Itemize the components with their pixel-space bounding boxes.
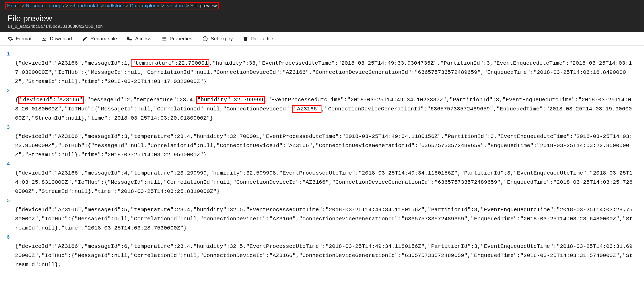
line-number: 6: [7, 233, 10, 259]
breadcrumb-resource-groups[interactable]: Resource groups: [26, 3, 64, 8]
file-content: 1 2 3 4 5 6 {"deviceId":"AZ3166","messag…: [0, 46, 644, 288]
highlight-deviceid: "deviceId":"AZ3166": [18, 96, 84, 104]
format-label: Format: [16, 36, 31, 42]
chevron-right-icon: >: [101, 3, 104, 8]
breadcrumb-highlight: Home > Resource groups > rvhandsonlab > …: [5, 2, 219, 9]
chevron-right-icon: >: [22, 3, 25, 8]
file-name: 14_0_eafc24bc6a7145bd9331363f0fc2f158.js…: [7, 23, 637, 29]
page-header: File preview 14_0_eafc24bc6a7145bd933136…: [0, 12, 644, 32]
download-label: Download: [50, 36, 72, 42]
page-title: File preview: [7, 14, 637, 23]
line-number: 4: [7, 159, 10, 196]
chevron-right-icon: >: [161, 3, 164, 8]
list-icon: [161, 36, 167, 42]
gear-icon: [7, 36, 13, 42]
download-icon: [41, 36, 47, 42]
highlight-conn-deviceid: "AZ3166": [292, 105, 321, 113]
json-record: {"deviceId":"AZ3166","messageId":6,"temp…: [15, 242, 634, 269]
json-record: {"deviceId":"AZ3166","messageId":1,"temp…: [15, 59, 634, 86]
json-record: {"deviceId":"AZ3166","messageId":5,"temp…: [15, 205, 634, 233]
breadcrumb-data-explorer[interactable]: Data explorer: [130, 3, 160, 8]
toolbar: Format Download Rename file Access Prope…: [0, 32, 644, 46]
delete-label: Delete file: [251, 36, 273, 42]
code-text[interactable]: {"deviceId":"AZ3166","messageId":1,"temp…: [15, 49, 644, 288]
highlight-humidity: "humidity":32.799999: [196, 96, 265, 104]
breadcrumb-rvdlstore2[interactable]: rvdlstore: [166, 3, 185, 8]
breadcrumb-rvhandsonlab[interactable]: rvhandsonlab: [70, 3, 100, 8]
breadcrumb-home[interactable]: Home: [7, 3, 20, 8]
breadcrumb-current: File preview: [190, 3, 217, 8]
chevron-right-icon: >: [65, 3, 68, 8]
breadcrumb: Home > Resource groups > rvhandsonlab > …: [0, 0, 644, 12]
download-button[interactable]: Download: [41, 36, 72, 42]
json-record: {"deviceId":"AZ3166","messageId":2,"temp…: [15, 95, 634, 123]
highlight-temperature: "temperature":22.700001: [131, 59, 209, 67]
delete-file-button[interactable]: Delete file: [243, 36, 273, 42]
rename-label: Rename file: [90, 36, 117, 42]
properties-label: Properties: [170, 36, 192, 42]
trash-icon: [243, 36, 248, 42]
properties-button[interactable]: Properties: [161, 36, 192, 42]
line-number: 5: [7, 196, 10, 233]
line-number: 1: [7, 49, 10, 86]
line-number: 2: [7, 86, 10, 123]
pencil-icon: [82, 36, 88, 42]
chevron-right-icon: >: [186, 3, 189, 8]
access-label: Access: [135, 36, 151, 42]
key-icon: [127, 36, 133, 42]
setexpiry-label: Set expiry: [211, 36, 233, 42]
format-button[interactable]: Format: [7, 36, 31, 42]
chevron-right-icon: >: [126, 3, 129, 8]
json-record: {"deviceId":"AZ3166","messageId":3,"temp…: [15, 132, 634, 159]
breadcrumb-rvdlstore[interactable]: rvdlstore: [105, 3, 124, 8]
line-number: 3: [7, 123, 10, 159]
line-gutter: 1 2 3 4 5 6: [7, 49, 15, 288]
set-expiry-button[interactable]: Set expiry: [202, 36, 233, 42]
clock-icon: [202, 36, 208, 42]
access-button[interactable]: Access: [127, 36, 151, 42]
rename-button[interactable]: Rename file: [82, 36, 117, 42]
json-record: {"deviceId":"AZ3166","messageId":4,"temp…: [15, 169, 634, 196]
